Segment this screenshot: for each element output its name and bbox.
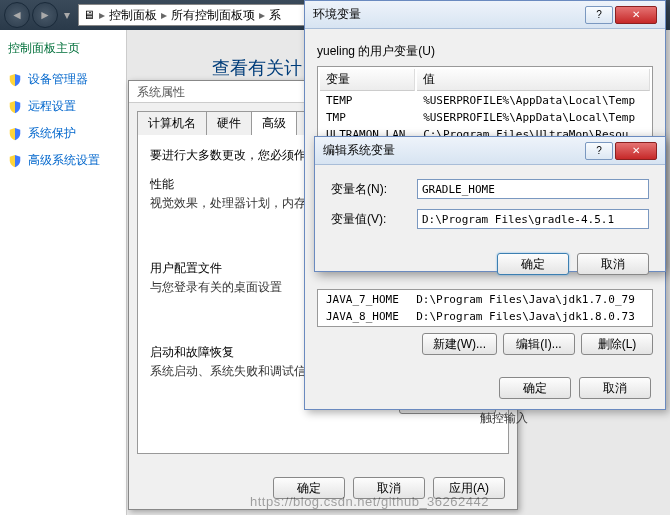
help-button[interactable]: ? <box>585 6 613 24</box>
page-title: 查看有关计 <box>212 56 302 80</box>
var-name-label: 变量名(N): <box>331 181 417 198</box>
ok-button[interactable]: 确定 <box>497 253 569 275</box>
sidebar-item-label: 高级系统设置 <box>28 152 100 169</box>
help-button[interactable]: ? <box>585 142 613 160</box>
close-button[interactable]: ✕ <box>615 142 657 160</box>
dialog-titlebar[interactable]: 编辑系统变量 ? ✕ <box>315 137 665 165</box>
var-value-label: 变量值(V): <box>331 211 417 228</box>
table-row[interactable]: TEMP%USERPROFILE%\AppData\Local\Temp <box>320 93 650 108</box>
sidebar-item-device-manager[interactable]: 设备管理器 <box>8 71 118 88</box>
ok-button[interactable]: 确定 <box>499 377 571 399</box>
tab-computer-name[interactable]: 计算机名 <box>137 111 207 135</box>
sys-vars-table: JAVA_7_HOMED:\Program Files\Java\jdk1.7.… <box>317 289 653 327</box>
shield-icon <box>8 127 22 141</box>
sidebar-item-label: 系统保护 <box>28 125 76 142</box>
dialog-title: 编辑系统变量 <box>323 142 395 159</box>
new-button[interactable]: 新建(W)... <box>422 333 497 355</box>
table-row[interactable]: JAVA_8_HOMED:\Program Files\Java\jdk1.8.… <box>320 309 650 324</box>
shield-icon <box>8 100 22 114</box>
cancel-button[interactable]: 取消 <box>577 253 649 275</box>
sidebar-item-remote[interactable]: 远程设置 <box>8 98 118 115</box>
sidebar-item-protection[interactable]: 系统保护 <box>8 125 118 142</box>
close-button[interactable]: ✕ <box>615 6 657 24</box>
sidebar-item-label: 设备管理器 <box>28 71 88 88</box>
breadcrumb-item[interactable]: 系 <box>269 7 281 24</box>
watermark: https://blog.csdn.net/github_36262442 <box>250 494 489 509</box>
var-name-input[interactable] <box>417 179 649 199</box>
breadcrumb-icon: 🖥 <box>83 8 95 22</box>
forward-button[interactable]: ► <box>32 2 58 28</box>
delete-button[interactable]: 删除(L) <box>581 333 653 355</box>
chevron-right-icon: ▸ <box>161 8 167 22</box>
var-value-input[interactable] <box>417 209 649 229</box>
table-row[interactable]: JAVA_7_HOMED:\Program Files\Java\jdk1.7.… <box>320 292 650 307</box>
breadcrumb-item[interactable]: 所有控制面板项 <box>171 7 255 24</box>
table-row[interactable]: TMP%USERPROFILE%\AppData\Local\Temp <box>320 110 650 125</box>
control-panel-home[interactable]: 控制面板主页 <box>8 40 118 57</box>
sidebar-item-label: 远程设置 <box>28 98 76 115</box>
cancel-button[interactable]: 取消 <box>579 377 651 399</box>
dialog-title: 环境变量 <box>313 6 361 23</box>
sidebar-item-advanced[interactable]: 高级系统设置 <box>8 152 118 169</box>
breadcrumb-item[interactable]: 控制面板 <box>109 7 157 24</box>
edit-button[interactable]: 编辑(I)... <box>503 333 575 355</box>
dialog-titlebar[interactable]: 环境变量 ? ✕ <box>305 1 665 29</box>
touch-input-label: 触控输入 <box>480 410 528 427</box>
nav-history-dropdown[interactable]: ▾ <box>60 5 74 25</box>
shield-icon <box>8 154 22 168</box>
tab-advanced[interactable]: 高级 <box>251 111 297 135</box>
tab-hardware[interactable]: 硬件 <box>206 111 252 135</box>
shield-icon <box>8 73 22 87</box>
user-vars-table: 变量值 TEMP%USERPROFILE%\AppData\Local\Temp… <box>317 66 653 145</box>
user-vars-label: yueling 的用户变量(U) <box>317 43 653 60</box>
col-name[interactable]: 变量 <box>320 69 415 91</box>
col-value[interactable]: 值 <box>417 69 650 91</box>
control-panel-sidebar: 控制面板主页 设备管理器 远程设置 系统保护 高级系统设置 <box>0 30 127 515</box>
chevron-right-icon: ▸ <box>259 8 265 22</box>
edit-var-dialog: 编辑系统变量 ? ✕ 变量名(N): 变量值(V): 确定 取消 <box>314 136 666 272</box>
back-button[interactable]: ◄ <box>4 2 30 28</box>
chevron-right-icon: ▸ <box>99 8 105 22</box>
